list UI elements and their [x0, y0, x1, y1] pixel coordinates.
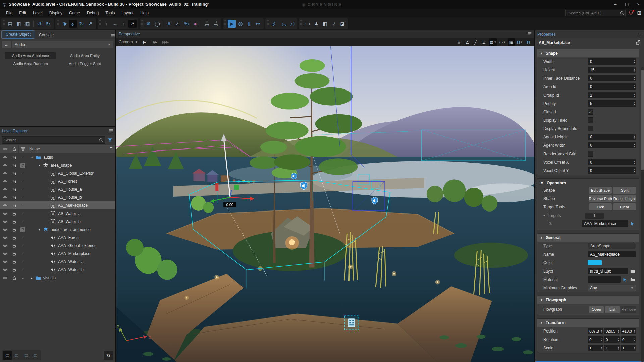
rotation-x-field[interactable]: 0▴▾	[588, 336, 603, 343]
scale-y-field[interactable]: 1▴▾	[604, 345, 620, 351]
position-z-field[interactable]: 419.9▴▾	[621, 328, 636, 334]
spinner-arrows[interactable]: ▴▾	[634, 58, 635, 65]
tree-row[interactable]: - AS_House_b	[0, 193, 115, 201]
spinner-arrows[interactable]: ▴▾	[634, 159, 635, 165]
create-object-type-button[interactable]: Audio Trigger Spot	[59, 60, 111, 67]
section-transform-header[interactable]: ▼ Transform	[537, 319, 639, 327]
rotate[interactable]	[77, 20, 86, 28]
flowgraph-open-button[interactable]: Open	[589, 306, 604, 313]
undo[interactable]	[35, 20, 43, 28]
panel-menu-icon[interactable]	[527, 31, 532, 37]
panel-menu-icon[interactable]	[637, 32, 642, 37]
tab-create-object[interactable]: Create Object	[1, 30, 35, 39]
lock-toggle[interactable]	[10, 203, 18, 208]
visibility-column-header[interactable]	[0, 147, 10, 152]
number-field[interactable]: 0 ▴▾	[588, 159, 636, 165]
number-field[interactable]: 0 ▴▾	[588, 83, 636, 90]
tab-console[interactable]: Console	[35, 31, 58, 39]
name-column-header[interactable]: Name▴	[28, 145, 115, 153]
tree-row[interactable]: ? ▾ area_shape	[0, 161, 115, 169]
section-general-header[interactable]: ▼ General	[537, 234, 639, 242]
separator[interactable]	[163, 21, 163, 27]
lock-toggle[interactable]	[10, 211, 18, 216]
freeze-unselected[interactable]	[212, 20, 220, 28]
layer-state-badge[interactable]: -	[18, 268, 28, 272]
separator[interactable]	[201, 21, 201, 27]
ui-resolution[interactable]	[321, 20, 329, 28]
scrollbar-thumb[interactable]	[641, 70, 644, 170]
viewport-scene[interactable]: 0.00 x y	[116, 46, 534, 362]
layer-state-badge[interactable]: ?	[18, 163, 28, 168]
section-operators-header[interactable]: ▼ Operators	[537, 179, 639, 186]
lock-toggle[interactable]	[10, 171, 18, 176]
flowgraph-remove-button[interactable]: Remove	[621, 306, 636, 313]
layer-state-badge[interactable]: -	[18, 276, 28, 280]
Tools[interactable]: Tools	[102, 9, 118, 17]
tree-row[interactable]: - AAA_Forest	[0, 234, 115, 242]
follow-terrain[interactable]	[145, 20, 153, 28]
drag-handle[interactable]	[99, 20, 101, 27]
lock-toggle[interactable]	[10, 219, 18, 224]
visibility-toggle[interactable]	[0, 179, 10, 184]
number-field[interactable]: 0 ▴▾	[588, 142, 636, 148]
lock-toggle[interactable]	[10, 195, 18, 200]
layer-state-badge[interactable]: -	[18, 203, 28, 207]
visibility-toggle[interactable]	[0, 203, 10, 208]
suspend-ai[interactable]	[236, 20, 245, 28]
lock-toggle[interactable]	[10, 251, 18, 256]
position-x-field[interactable]: 807.3▴▾	[588, 328, 603, 334]
visibility-toggle[interactable]	[0, 276, 10, 280]
rotation-y-field[interactable]: 0▴▾	[604, 336, 620, 343]
tree-row[interactable]: - AB_Global_Exterior	[0, 169, 115, 177]
visibility-toggle[interactable]	[0, 211, 10, 216]
create-object-type-button[interactable]: Audio Area Random	[5, 60, 56, 67]
checkbox[interactable]	[588, 126, 593, 131]
redo[interactable]	[44, 20, 52, 28]
lock-toggle[interactable]	[10, 187, 18, 192]
separator[interactable]	[33, 21, 34, 27]
helpers-toggle[interactable]: ▦▼	[489, 38, 497, 46]
lock-toggle[interactable]	[10, 267, 18, 272]
minimize-button[interactable]: –	[610, 0, 621, 9]
flowgraph-list-button[interactable]: List	[605, 306, 620, 313]
spinner-arrows[interactable]: ▴▾	[634, 75, 635, 81]
panel-menu-icon[interactable]	[109, 128, 113, 134]
refresh-audio[interactable]	[287, 20, 296, 28]
Layout[interactable]: Layout	[118, 9, 137, 17]
tree-row[interactable]: - AAA_Marketplace	[0, 250, 115, 258]
section-shape-header[interactable]: ▼ Shape	[537, 49, 639, 57]
notifications-button[interactable]	[628, 10, 634, 16]
layer-state-badge[interactable]: -	[18, 195, 28, 199]
camera-dropdown[interactable]: Camera▼	[119, 40, 138, 44]
drag-handle[interactable]	[57, 20, 59, 27]
visibility-toggle[interactable]	[0, 251, 10, 256]
visibility-toggle[interactable]	[0, 219, 10, 224]
filter-button[interactable]	[106, 136, 114, 144]
operator-button[interactable]: Pick	[589, 203, 612, 210]
tree-row[interactable]: - AAA_Global_exterior	[0, 242, 115, 250]
tree-row[interactable]: ? ▾ audio_area_ambience	[0, 226, 115, 234]
lock-toggle[interactable]	[10, 155, 18, 160]
safe-frame[interactable]: ▣	[508, 38, 515, 46]
create-object-type-button[interactable]: Audio Area Entity	[59, 52, 111, 59]
lock-toggle[interactable]	[10, 227, 18, 232]
spinner-arrows[interactable]: ▴▾	[634, 134, 635, 140]
material-browse-button[interactable]	[629, 276, 636, 283]
visibility-toggle[interactable]	[0, 171, 10, 176]
number-field[interactable]: 0 ▴▾	[588, 134, 636, 140]
view-by-layer[interactable]: ≣	[12, 351, 21, 360]
expander-arrow[interactable]: ▾	[36, 228, 42, 231]
lock-toggle[interactable]	[10, 163, 18, 168]
tree-row[interactable]: - AAA_Water_b	[0, 266, 115, 274]
freeze-selection[interactable]	[203, 20, 211, 28]
layer-state-badge[interactable]: -	[18, 220, 28, 224]
scale-x-field[interactable]: 1▴▾	[588, 345, 603, 351]
object-category-dropdown[interactable]: Audio▼	[12, 41, 113, 48]
play-game[interactable]	[228, 20, 236, 28]
operator-button[interactable]: Clear	[613, 203, 636, 210]
ui-anchor[interactable]	[312, 20, 320, 28]
scale[interactable]	[86, 20, 94, 28]
get-position[interactable]	[153, 20, 161, 28]
level-explorer-search-input[interactable]	[2, 136, 105, 144]
Display[interactable]: Display	[46, 9, 66, 17]
